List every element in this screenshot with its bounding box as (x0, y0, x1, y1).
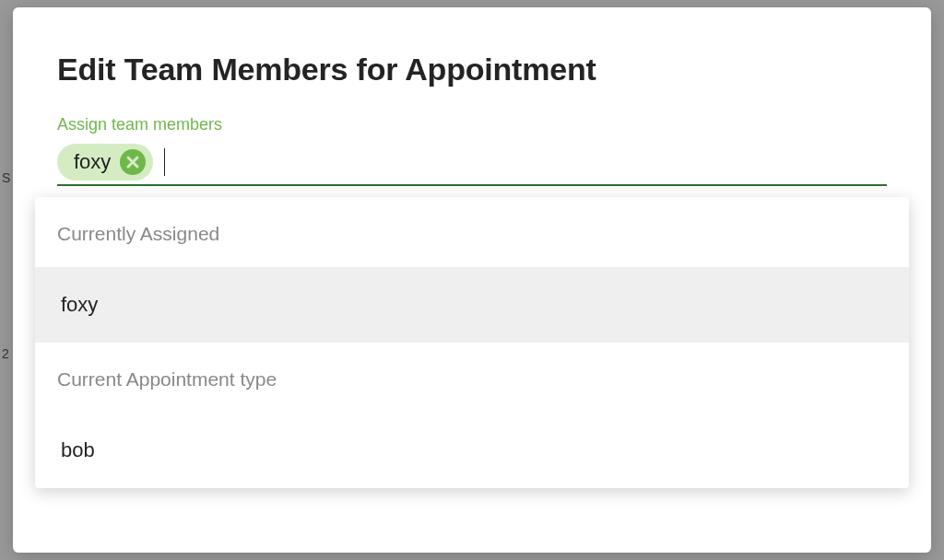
group-header-appointment-type: Current Appointment type (35, 343, 909, 413)
team-member-input[interactable]: foxy (57, 144, 887, 186)
chip-label: foxy (74, 150, 111, 174)
text-cursor (164, 148, 165, 176)
background-letter: S (2, 170, 10, 185)
close-icon (125, 155, 140, 169)
selected-member-chip: foxy (57, 144, 153, 181)
remove-chip-button[interactable] (120, 149, 146, 175)
option-appointment-member[interactable]: bob (35, 413, 909, 488)
group-header-assigned: Currently Assigned (35, 197, 909, 267)
member-dropdown: Currently Assigned foxy Current Appointm… (35, 197, 909, 488)
background-peek: S 2 (0, 0, 13, 560)
modal-title: Edit Team Members for Appointment (57, 52, 887, 88)
option-assigned-member[interactable]: foxy (35, 267, 909, 343)
assign-field-label: Assign team members (57, 115, 887, 134)
background-number: 2 (2, 346, 9, 361)
